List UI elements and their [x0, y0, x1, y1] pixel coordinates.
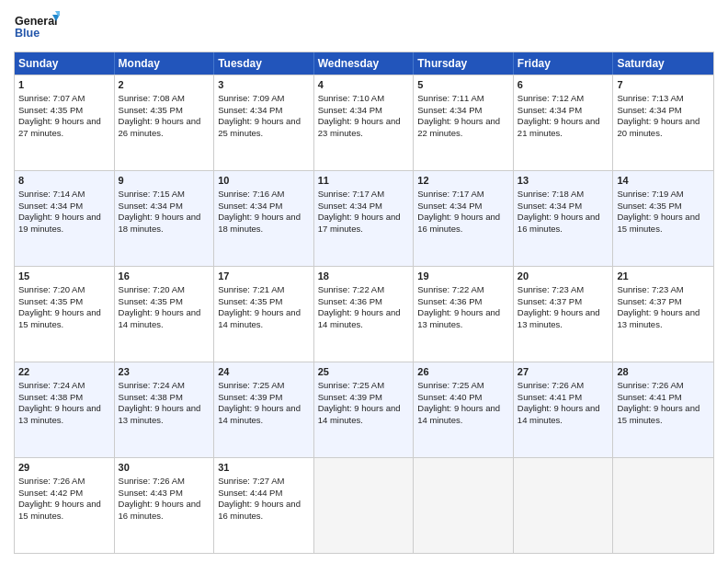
- day-cell-30: 30 Sunrise: 7:26 AM Sunset: 4:43 PM Dayl…: [115, 458, 215, 553]
- week-row-3: 15 Sunrise: 7:20 AM Sunset: 4:35 PM Dayl…: [15, 266, 713, 362]
- daylight-label: Daylight: 9 hours and 13 minutes.: [18, 403, 101, 425]
- day-cell-21: 21 Sunrise: 7:23 AM Sunset: 4:37 PM Dayl…: [613, 267, 713, 362]
- day-cell-9: 9 Sunrise: 7:15 AM Sunset: 4:34 PM Dayli…: [115, 171, 215, 266]
- sunrise-label: Sunrise: 7:08 AM: [119, 93, 185, 103]
- day-cell-12: 12 Sunrise: 7:17 AM Sunset: 4:34 PM Dayl…: [414, 171, 514, 266]
- day-cell-28: 28 Sunrise: 7:26 AM Sunset: 4:41 PM Dayl…: [613, 362, 713, 457]
- day-number: 4: [318, 78, 410, 92]
- header: General Blue: [14, 9, 714, 46]
- day-cell-1: 1 Sunrise: 7:07 AM Sunset: 4:35 PM Dayli…: [15, 75, 115, 170]
- day-header-friday: Friday: [514, 52, 614, 75]
- sunrise-label: Sunrise: 7:11 AM: [417, 93, 483, 103]
- svg-text:General: General: [15, 15, 58, 28]
- empty-cell: [514, 458, 614, 553]
- sunset-label: Sunset: 4:34 PM: [617, 105, 681, 115]
- sunset-label: Sunset: 4:37 PM: [617, 296, 681, 306]
- day-cell-27: 27 Sunrise: 7:26 AM Sunset: 4:41 PM Dayl…: [514, 362, 614, 457]
- daylight-label: Daylight: 9 hours and 13 minutes.: [119, 403, 201, 425]
- day-number: 29: [18, 461, 110, 475]
- daylight-label: Daylight: 9 hours and 18 minutes.: [218, 212, 301, 234]
- day-number: 25: [318, 365, 410, 379]
- day-header-monday: Monday: [115, 52, 215, 75]
- daylight-label: Daylight: 9 hours and 20 minutes.: [617, 116, 700, 138]
- sunrise-label: Sunrise: 7:20 AM: [18, 284, 85, 294]
- calendar-body: 1 Sunrise: 7:07 AM Sunset: 4:35 PM Dayli…: [15, 75, 713, 553]
- logo: General Blue: [14, 9, 60, 46]
- sunrise-label: Sunrise: 7:17 AM: [318, 189, 384, 199]
- sunrise-label: Sunrise: 7:14 AM: [18, 189, 85, 199]
- sunset-label: Sunset: 4:34 PM: [119, 201, 183, 211]
- sunrise-label: Sunrise: 7:13 AM: [617, 93, 683, 103]
- day-number: 2: [119, 78, 210, 92]
- sunset-label: Sunset: 4:35 PM: [218, 296, 282, 306]
- day-number: 20: [518, 270, 609, 283]
- day-cell-22: 22 Sunrise: 7:24 AM Sunset: 4:38 PM Dayl…: [15, 362, 115, 457]
- day-cell-7: 7 Sunrise: 7:13 AM Sunset: 4:34 PM Dayli…: [613, 75, 713, 170]
- week-row-1: 1 Sunrise: 7:07 AM Sunset: 4:35 PM Dayli…: [15, 75, 713, 170]
- day-number: 11: [318, 174, 410, 188]
- daylight-label: Daylight: 9 hours and 15 minutes.: [617, 403, 700, 425]
- week-row-4: 22 Sunrise: 7:24 AM Sunset: 4:38 PM Dayl…: [15, 362, 713, 457]
- day-number: 23: [119, 365, 210, 379]
- sunset-label: Sunset: 4:34 PM: [518, 105, 582, 115]
- day-number: 26: [417, 365, 509, 379]
- daylight-label: Daylight: 9 hours and 13 minutes.: [617, 307, 700, 329]
- empty-cell: [414, 458, 514, 553]
- day-number: 31: [218, 461, 310, 475]
- day-cell-18: 18 Sunrise: 7:22 AM Sunset: 4:36 PM Dayl…: [314, 267, 415, 362]
- sunrise-label: Sunrise: 7:25 AM: [218, 380, 284, 390]
- day-cell-17: 17 Sunrise: 7:21 AM Sunset: 4:35 PM Dayl…: [214, 267, 314, 362]
- daylight-label: Daylight: 9 hours and 14 minutes.: [518, 403, 600, 425]
- day-number: 18: [318, 270, 410, 283]
- sunrise-label: Sunrise: 7:22 AM: [318, 284, 384, 294]
- day-number: 8: [18, 174, 110, 188]
- day-number: 9: [119, 174, 210, 188]
- day-cell-11: 11 Sunrise: 7:17 AM Sunset: 4:34 PM Dayl…: [314, 171, 415, 266]
- sunset-label: Sunset: 4:39 PM: [318, 392, 382, 402]
- day-cell-23: 23 Sunrise: 7:24 AM Sunset: 4:38 PM Dayl…: [115, 362, 215, 457]
- daylight-label: Daylight: 9 hours and 17 minutes.: [318, 212, 401, 234]
- daylight-label: Daylight: 9 hours and 27 minutes.: [18, 116, 101, 138]
- day-cell-31: 31 Sunrise: 7:27 AM Sunset: 4:44 PM Dayl…: [214, 458, 314, 553]
- daylight-label: Daylight: 9 hours and 14 minutes.: [318, 403, 401, 425]
- day-cell-15: 15 Sunrise: 7:20 AM Sunset: 4:35 PM Dayl…: [15, 267, 115, 362]
- daylight-label: Daylight: 9 hours and 14 minutes.: [218, 307, 301, 329]
- day-cell-4: 4 Sunrise: 7:10 AM Sunset: 4:34 PM Dayli…: [314, 75, 415, 170]
- daylight-label: Daylight: 9 hours and 14 minutes.: [417, 403, 500, 425]
- daylight-label: Daylight: 9 hours and 18 minutes.: [119, 212, 201, 234]
- day-cell-29: 29 Sunrise: 7:26 AM Sunset: 4:42 PM Dayl…: [15, 458, 115, 553]
- sunset-label: Sunset: 4:35 PM: [119, 296, 183, 306]
- day-number: 5: [417, 78, 509, 92]
- week-row-5: 29 Sunrise: 7:26 AM Sunset: 4:42 PM Dayl…: [15, 457, 713, 553]
- sunset-label: Sunset: 4:34 PM: [218, 105, 282, 115]
- sunrise-label: Sunrise: 7:19 AM: [617, 189, 683, 199]
- sunset-label: Sunset: 4:34 PM: [218, 201, 282, 211]
- sunrise-label: Sunrise: 7:26 AM: [119, 476, 185, 486]
- daylight-label: Daylight: 9 hours and 15 minutes.: [18, 307, 101, 329]
- day-cell-6: 6 Sunrise: 7:12 AM Sunset: 4:34 PM Dayli…: [514, 75, 614, 170]
- day-cell-8: 8 Sunrise: 7:14 AM Sunset: 4:34 PM Dayli…: [15, 171, 115, 266]
- sunrise-label: Sunrise: 7:10 AM: [318, 93, 384, 103]
- empty-cell: [314, 458, 415, 553]
- day-cell-5: 5 Sunrise: 7:11 AM Sunset: 4:34 PM Dayli…: [414, 75, 514, 170]
- daylight-label: Daylight: 9 hours and 15 minutes.: [617, 212, 700, 234]
- daylight-label: Daylight: 9 hours and 14 minutes.: [318, 307, 401, 329]
- day-cell-2: 2 Sunrise: 7:08 AM Sunset: 4:35 PM Dayli…: [115, 75, 215, 170]
- day-cell-10: 10 Sunrise: 7:16 AM Sunset: 4:34 PM Dayl…: [214, 171, 314, 266]
- sunset-label: Sunset: 4:34 PM: [417, 105, 482, 115]
- sunset-label: Sunset: 4:35 PM: [119, 105, 183, 115]
- sunrise-label: Sunrise: 7:26 AM: [18, 476, 85, 486]
- sunrise-label: Sunrise: 7:25 AM: [318, 380, 384, 390]
- daylight-label: Daylight: 9 hours and 26 minutes.: [119, 116, 201, 138]
- sunrise-label: Sunrise: 7:22 AM: [417, 284, 483, 294]
- sunrise-label: Sunrise: 7:26 AM: [617, 380, 683, 390]
- daylight-label: Daylight: 9 hours and 22 minutes.: [417, 116, 500, 138]
- sunrise-label: Sunrise: 7:16 AM: [218, 189, 284, 199]
- sunrise-label: Sunrise: 7:24 AM: [18, 380, 85, 390]
- sunset-label: Sunset: 4:38 PM: [18, 392, 83, 402]
- sunset-label: Sunset: 4:40 PM: [417, 392, 482, 402]
- day-cell-20: 20 Sunrise: 7:23 AM Sunset: 4:37 PM Dayl…: [514, 267, 614, 362]
- day-number: 3: [218, 78, 310, 92]
- daylight-label: Daylight: 9 hours and 16 minutes.: [218, 499, 301, 521]
- daylight-label: Daylight: 9 hours and 13 minutes.: [417, 307, 500, 329]
